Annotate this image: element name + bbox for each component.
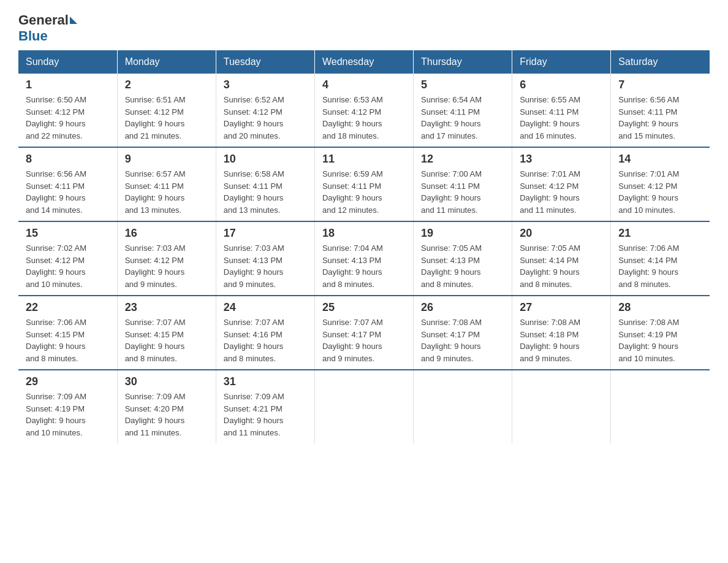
- day-number: 20: [520, 227, 603, 240]
- day-number: 26: [421, 301, 504, 314]
- calendar-body: 1 Sunrise: 6:50 AM Sunset: 4:12 PM Dayli…: [18, 74, 710, 443]
- day-info: Sunrise: 7:07 AM Sunset: 4:17 PM Dayligh…: [322, 316, 406, 364]
- header-sunday: Sunday: [18, 50, 117, 74]
- calendar-cell: 25 Sunrise: 7:07 AM Sunset: 4:17 PM Dayl…: [314, 296, 413, 370]
- header-saturday: Saturday: [611, 50, 710, 74]
- calendar-cell: 23 Sunrise: 7:07 AM Sunset: 4:15 PM Dayl…: [117, 296, 216, 370]
- header-tuesday: Tuesday: [216, 50, 314, 74]
- day-info: Sunrise: 7:05 AM Sunset: 4:13 PM Dayligh…: [421, 242, 504, 290]
- day-number: 22: [26, 301, 110, 314]
- day-info: Sunrise: 6:56 AM Sunset: 4:11 PM Dayligh…: [26, 168, 110, 216]
- day-number: 11: [322, 153, 406, 166]
- day-number: 25: [322, 301, 406, 314]
- calendar-cell: 31 Sunrise: 7:09 AM Sunset: 4:21 PM Dayl…: [216, 370, 314, 443]
- day-info: Sunrise: 7:02 AM Sunset: 4:12 PM Dayligh…: [26, 242, 110, 290]
- day-number: 18: [322, 227, 406, 240]
- day-info: Sunrise: 6:52 AM Sunset: 4:12 PM Dayligh…: [224, 94, 307, 142]
- calendar-cell: [512, 370, 611, 443]
- day-info: Sunrise: 6:51 AM Sunset: 4:12 PM Dayligh…: [125, 94, 208, 142]
- calendar-cell: 15 Sunrise: 7:02 AM Sunset: 4:12 PM Dayl…: [18, 221, 117, 296]
- calendar-week-4: 22 Sunrise: 7:06 AM Sunset: 4:15 PM Dayl…: [18, 296, 710, 370]
- calendar-cell: 22 Sunrise: 7:06 AM Sunset: 4:15 PM Dayl…: [18, 296, 117, 370]
- header-friday: Friday: [512, 50, 611, 74]
- day-info: Sunrise: 7:00 AM Sunset: 4:11 PM Dayligh…: [421, 168, 504, 216]
- calendar-cell: [314, 370, 413, 443]
- calendar-cell: 9 Sunrise: 6:57 AM Sunset: 4:11 PM Dayli…: [117, 147, 216, 221]
- day-info: Sunrise: 6:59 AM Sunset: 4:11 PM Dayligh…: [322, 168, 406, 216]
- day-number: 15: [26, 227, 110, 240]
- day-number: 6: [520, 79, 603, 91]
- calendar-cell: 8 Sunrise: 6:56 AM Sunset: 4:11 PM Dayli…: [18, 147, 117, 221]
- day-number: 9: [125, 153, 208, 166]
- calendar-week-2: 8 Sunrise: 6:56 AM Sunset: 4:11 PM Dayli…: [18, 147, 710, 221]
- calendar-cell: 2 Sunrise: 6:51 AM Sunset: 4:12 PM Dayli…: [117, 74, 216, 147]
- day-info: Sunrise: 6:58 AM Sunset: 4:11 PM Dayligh…: [224, 168, 307, 216]
- calendar-week-5: 29 Sunrise: 7:09 AM Sunset: 4:19 PM Dayl…: [18, 370, 710, 443]
- calendar-cell: [414, 370, 512, 443]
- calendar-cell: 1 Sunrise: 6:50 AM Sunset: 4:12 PM Dayli…: [18, 74, 117, 147]
- calendar-cell: 24 Sunrise: 7:07 AM Sunset: 4:16 PM Dayl…: [216, 296, 314, 370]
- day-info: Sunrise: 7:09 AM Sunset: 4:21 PM Dayligh…: [224, 391, 307, 439]
- day-number: 31: [224, 375, 307, 388]
- day-number: 7: [618, 79, 702, 91]
- day-info: Sunrise: 7:07 AM Sunset: 4:16 PM Dayligh…: [224, 316, 307, 364]
- calendar-cell: 27 Sunrise: 7:08 AM Sunset: 4:18 PM Dayl…: [512, 296, 611, 370]
- day-info: Sunrise: 7:09 AM Sunset: 4:19 PM Dayligh…: [26, 391, 110, 439]
- day-info: Sunrise: 7:04 AM Sunset: 4:13 PM Dayligh…: [322, 242, 406, 290]
- day-info: Sunrise: 7:09 AM Sunset: 4:20 PM Dayligh…: [125, 391, 208, 439]
- logo-blue-text: Blue: [18, 28, 48, 44]
- day-number: 8: [26, 153, 110, 166]
- calendar-cell: 14 Sunrise: 7:01 AM Sunset: 4:12 PM Dayl…: [611, 147, 710, 221]
- day-info: Sunrise: 6:53 AM Sunset: 4:12 PM Dayligh…: [322, 94, 406, 142]
- calendar-cell: 19 Sunrise: 7:05 AM Sunset: 4:13 PM Dayl…: [414, 221, 512, 296]
- day-number: 4: [322, 79, 406, 91]
- day-info: Sunrise: 7:03 AM Sunset: 4:12 PM Dayligh…: [125, 242, 208, 290]
- day-info: Sunrise: 7:05 AM Sunset: 4:14 PM Dayligh…: [520, 242, 603, 290]
- calendar-week-1: 1 Sunrise: 6:50 AM Sunset: 4:12 PM Dayli…: [18, 74, 710, 147]
- calendar-cell: 28 Sunrise: 7:08 AM Sunset: 4:19 PM Dayl…: [611, 296, 710, 370]
- day-number: 3: [224, 79, 307, 91]
- calendar-table: Sunday Monday Tuesday Wednesday Thursday…: [18, 50, 710, 443]
- calendar-week-3: 15 Sunrise: 7:02 AM Sunset: 4:12 PM Dayl…: [18, 221, 710, 296]
- day-info: Sunrise: 7:08 AM Sunset: 4:18 PM Dayligh…: [520, 316, 603, 364]
- day-number: 21: [618, 227, 702, 240]
- day-number: 27: [520, 301, 603, 314]
- calendar-cell: 17 Sunrise: 7:03 AM Sunset: 4:13 PM Dayl…: [216, 221, 314, 296]
- calendar-cell: 13 Sunrise: 7:01 AM Sunset: 4:12 PM Dayl…: [512, 147, 611, 221]
- day-info: Sunrise: 7:06 AM Sunset: 4:14 PM Dayligh…: [618, 242, 702, 290]
- day-number: 30: [125, 375, 208, 388]
- calendar-cell: 4 Sunrise: 6:53 AM Sunset: 4:12 PM Dayli…: [314, 74, 413, 147]
- calendar-cell: 18 Sunrise: 7:04 AM Sunset: 4:13 PM Dayl…: [314, 221, 413, 296]
- page-header: General Blue: [18, 12, 710, 44]
- day-number: 13: [520, 153, 603, 166]
- day-number: 17: [224, 227, 307, 240]
- logo-arrow-icon: [70, 17, 77, 24]
- day-number: 12: [421, 153, 504, 166]
- calendar-cell: 10 Sunrise: 6:58 AM Sunset: 4:11 PM Dayl…: [216, 147, 314, 221]
- calendar-cell: 5 Sunrise: 6:54 AM Sunset: 4:11 PM Dayli…: [414, 74, 512, 147]
- calendar-cell: 30 Sunrise: 7:09 AM Sunset: 4:20 PM Dayl…: [117, 370, 216, 443]
- calendar-cell: 26 Sunrise: 7:08 AM Sunset: 4:17 PM Dayl…: [414, 296, 512, 370]
- day-info: Sunrise: 7:01 AM Sunset: 4:12 PM Dayligh…: [618, 168, 702, 216]
- day-number: 10: [224, 153, 307, 166]
- calendar-cell: 16 Sunrise: 7:03 AM Sunset: 4:12 PM Dayl…: [117, 221, 216, 296]
- calendar-cell: [611, 370, 710, 443]
- day-number: 14: [618, 153, 702, 166]
- day-info: Sunrise: 7:08 AM Sunset: 4:17 PM Dayligh…: [421, 316, 504, 364]
- day-number: 1: [26, 79, 110, 91]
- day-info: Sunrise: 7:07 AM Sunset: 4:15 PM Dayligh…: [125, 316, 208, 364]
- day-number: 5: [421, 79, 504, 91]
- day-info: Sunrise: 6:56 AM Sunset: 4:11 PM Dayligh…: [618, 94, 702, 142]
- header-monday: Monday: [117, 50, 216, 74]
- calendar-header: Sunday Monday Tuesday Wednesday Thursday…: [18, 50, 710, 74]
- day-number: 29: [26, 375, 110, 388]
- calendar-cell: 12 Sunrise: 7:00 AM Sunset: 4:11 PM Dayl…: [414, 147, 512, 221]
- header-row: Sunday Monday Tuesday Wednesday Thursday…: [18, 50, 710, 74]
- calendar-cell: 20 Sunrise: 7:05 AM Sunset: 4:14 PM Dayl…: [512, 221, 611, 296]
- day-info: Sunrise: 7:03 AM Sunset: 4:13 PM Dayligh…: [224, 242, 307, 290]
- day-number: 24: [224, 301, 307, 314]
- day-number: 28: [618, 301, 702, 314]
- calendar-cell: 29 Sunrise: 7:09 AM Sunset: 4:19 PM Dayl…: [18, 370, 117, 443]
- day-number: 19: [421, 227, 504, 240]
- calendar-cell: 11 Sunrise: 6:59 AM Sunset: 4:11 PM Dayl…: [314, 147, 413, 221]
